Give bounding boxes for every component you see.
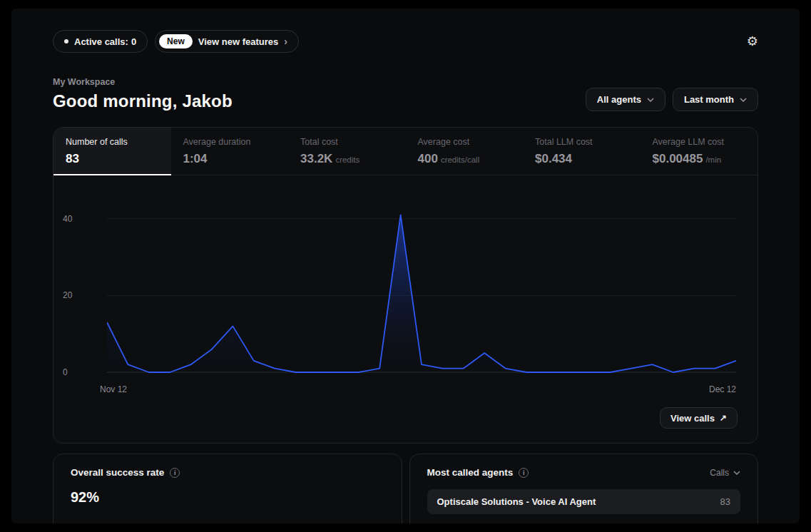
- x-axis-start-label: Nov 12: [100, 384, 127, 394]
- chevron-down-icon: [733, 471, 740, 475]
- stat-label: Average duration: [183, 137, 277, 147]
- chart-area-fill: [107, 215, 736, 372]
- y-axis-tick-20: 20: [63, 290, 72, 300]
- new-badge: New: [159, 34, 193, 48]
- stat-tab-4[interactable]: Total LLM cost $0.434: [523, 128, 641, 175]
- greeting-title: Good morning, Jakob: [53, 91, 233, 111]
- time-filter-dropdown[interactable]: Last month: [673, 88, 758, 111]
- stat-label: Total cost: [300, 137, 394, 147]
- stat-value: 400credits/call: [418, 152, 511, 166]
- stat-tab-2[interactable]: Total cost 33.2Kcredits: [288, 128, 406, 175]
- stats-tabs: Number of calls 83 Average duration 1:04…: [53, 128, 758, 175]
- chevron-down-icon: [647, 98, 654, 102]
- calls-chart: 02040: [107, 201, 736, 379]
- agent-name: Optiscale Solutions - Voice AI Agent: [437, 496, 596, 507]
- info-icon[interactable]: i: [519, 468, 529, 478]
- stat-label: Number of calls: [66, 137, 159, 147]
- stat-tab-0[interactable]: Number of calls 83: [53, 128, 171, 175]
- stat-tab-5[interactable]: Average LLM cost $0.00485/min: [641, 128, 758, 175]
- calls-sort-button[interactable]: Calls: [710, 468, 740, 478]
- x-axis-end-label: Dec 12: [709, 384, 736, 394]
- agents-filter-dropdown[interactable]: All agents: [586, 88, 665, 111]
- y-axis-tick-40: 40: [63, 214, 72, 224]
- x-axis: Nov 12 Dec 12: [100, 384, 736, 394]
- view-calls-button[interactable]: View calls ↗: [660, 407, 738, 429]
- header-titles: My Workspace Good morning, Jakob: [53, 77, 233, 111]
- time-filter-label: Last month: [684, 94, 734, 105]
- stat-label: Average LLM cost: [653, 137, 746, 147]
- stat-tab-1[interactable]: Average duration 1:04: [171, 128, 289, 175]
- active-calls-count: 0: [131, 36, 136, 47]
- topbar: Active calls: 0 New View new features › …: [53, 30, 758, 53]
- agents-filter-label: All agents: [597, 94, 641, 105]
- bottom-cards: Overall success rate i 92% Most called a…: [53, 454, 758, 523]
- workspace-label: My Workspace: [53, 77, 233, 87]
- agent-row[interactable]: Optiscale Solutions - Voice AI Agent 83: [427, 489, 741, 514]
- calls-overview-card: Number of calls 83 Average duration 1:04…: [53, 127, 758, 444]
- agent-rows: Optiscale Solutions - Voice AI Agent 83: [427, 489, 741, 514]
- header-actions: All agents Last month: [586, 88, 758, 111]
- active-calls-label: Active calls:: [74, 36, 128, 47]
- view-calls-label: View calls: [670, 413, 715, 424]
- success-rate-title: Overall success rate: [71, 467, 164, 478]
- line-chart-svg: [107, 201, 736, 379]
- stat-value: 33.2Kcredits: [300, 152, 394, 166]
- calls-sort-label: Calls: [710, 468, 729, 478]
- chart-line: [107, 215, 736, 372]
- stat-tab-3[interactable]: Average cost 400credits/call: [406, 128, 524, 175]
- arrow-up-right-icon: ↗: [720, 413, 727, 423]
- chevron-right-icon: ›: [284, 36, 287, 47]
- agent-call-count: 83: [720, 496, 730, 507]
- y-axis: 02040: [63, 201, 91, 379]
- info-icon[interactable]: i: [170, 468, 180, 478]
- y-axis-tick-0: 0: [63, 367, 68, 377]
- stat-label: Total LLM cost: [535, 137, 628, 147]
- active-dot-icon: [64, 39, 68, 44]
- settings-gear-icon[interactable]: ⚙: [747, 35, 758, 48]
- topbar-left: Active calls: 0 New View new features ›: [53, 30, 299, 53]
- stat-label: Average cost: [418, 137, 511, 147]
- stat-value: 83: [66, 152, 159, 166]
- stat-value: 1:04: [183, 152, 277, 166]
- success-rate-value: 92%: [71, 489, 384, 506]
- stat-value: $0.00485/min: [653, 152, 746, 166]
- view-new-features-button[interactable]: New View new features ›: [155, 30, 299, 53]
- chevron-down-icon: [740, 98, 747, 102]
- success-rate-card: Overall success rate i 92%: [53, 454, 402, 523]
- active-calls-pill[interactable]: Active calls: 0: [53, 30, 148, 53]
- header: My Workspace Good morning, Jakob All age…: [53, 77, 758, 111]
- most-called-agents-title: Most called agents: [427, 467, 514, 478]
- most-called-agents-card: Most called agents i Calls Optiscale Sol…: [409, 454, 759, 523]
- stat-value: $0.434: [535, 152, 628, 166]
- view-features-label: View new features: [198, 36, 278, 47]
- view-calls-row: View calls ↗: [53, 394, 758, 443]
- dashboard-root: Active calls: 0 New View new features › …: [11, 9, 800, 523]
